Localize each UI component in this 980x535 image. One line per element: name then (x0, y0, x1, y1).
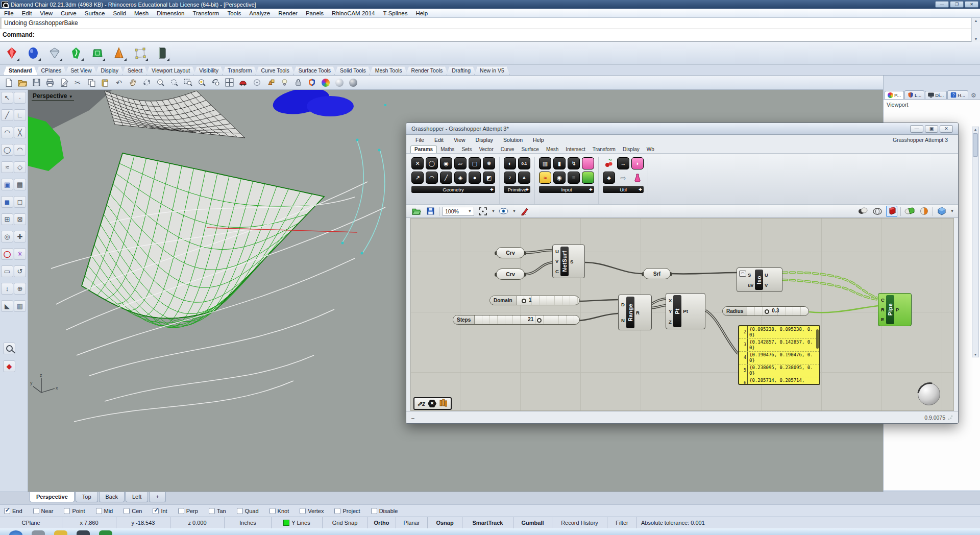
toolbar-tab[interactable]: Render Tools (406, 66, 449, 75)
output-port[interactable]: U (765, 272, 768, 278)
arc-tool[interactable]: ◠ (1, 127, 13, 138)
gh-menu-file[interactable]: File (410, 137, 429, 143)
menu-item[interactable]: Solid (109, 10, 130, 16)
gh-component-netsurf[interactable]: UVC NetSurf S (552, 245, 585, 278)
panel-scroll-thumb[interactable] (816, 329, 819, 349)
solid-tool[interactable]: ◼ (1, 196, 13, 208)
gh-menu-view[interactable]: View (449, 137, 471, 143)
gh-component-pt[interactable]: XYZ Pt Pt (666, 293, 705, 329)
status-cell[interactable]: Inches (225, 517, 272, 528)
grasshopper-titlebar[interactable]: Grasshopper - Grasshopper Attempt 3* — ▣… (406, 123, 958, 135)
palette-group-label[interactable]: Geometry✚ (411, 186, 495, 193)
checkbox[interactable] (33, 508, 39, 514)
circle-tool[interactable]: ◯ (1, 144, 13, 156)
status-cell[interactable]: y -18.543 (116, 517, 170, 528)
gh-component-iso[interactable]: ◠ Suv Iso UV (737, 268, 782, 292)
viewport-title-menu[interactable]: Perspective ▼ (32, 92, 74, 101)
flask-tile-icon[interactable] (631, 172, 644, 184)
move-vertical-tool[interactable]: ↕ (1, 283, 13, 295)
geometry-tile-icon[interactable]: ╱ (440, 172, 452, 184)
ellipse-tool[interactable]: ◠ (14, 144, 26, 156)
input-port[interactable]: V (555, 258, 559, 264)
align-z-widget-icon[interactable]: ⇗z (417, 400, 425, 407)
input-port[interactable]: C (555, 269, 559, 274)
colour-swatch-tile-icon[interactable] (582, 172, 594, 184)
pan-hand-icon[interactable] (127, 77, 138, 88)
grid-tool[interactable]: ⊞ (1, 213, 13, 225)
tab-properties[interactable]: P... (885, 91, 904, 99)
menu-item[interactable]: T-Splines (379, 10, 411, 16)
jump-tile-icon[interactable]: ◗ (631, 157, 644, 169)
menu-item[interactable]: Edit (18, 10, 36, 16)
gh-category-tab[interactable]: Display (619, 146, 643, 153)
gh-menu-help[interactable]: Help (528, 137, 549, 143)
car-icon[interactable] (237, 77, 249, 88)
output-port[interactable]: S (570, 259, 573, 264)
checkbox[interactable] (64, 508, 70, 514)
dark-book-icon[interactable] (154, 45, 169, 61)
gh-canvas[interactable]: Crv Crv UVC NetSurf S Srf Domain 1 Steps… (410, 218, 954, 411)
relay-dark-tile-icon[interactable]: → (617, 157, 629, 169)
viewport-tab[interactable]: Perspective (30, 492, 75, 502)
lock-icon[interactable] (292, 77, 304, 88)
window-titlebar[interactable]: Diamond Chair 02.21.3dm (4963 KB) - Rhin… (0, 0, 980, 9)
plane-tool[interactable]: ◻ (14, 196, 26, 208)
zoom-extents-icon[interactable] (477, 206, 488, 217)
input-port[interactable]: C (881, 297, 885, 303)
cherry-picker-tile-icon[interactable] (603, 157, 615, 169)
output-port[interactable]: Pt (683, 308, 688, 314)
menu-item[interactable]: Tools (223, 10, 245, 16)
green-gem-swirl-icon[interactable] (68, 45, 84, 61)
knob-tile-icon[interactable]: ◉ (553, 172, 566, 184)
gh-component-range[interactable]: DN Range R (618, 295, 652, 330)
checkbox[interactable] (270, 508, 276, 514)
print-icon[interactable] (44, 77, 56, 88)
orange-cone-icon[interactable] (111, 45, 127, 61)
command-scrollbar[interactable]: ▲ ▼ (971, 18, 980, 42)
viewport-layout-icon[interactable] (224, 77, 235, 88)
zoom-selected-icon[interactable] (196, 77, 207, 88)
gradient-tile-icon[interactable] (582, 157, 594, 169)
yellow-select-frame-icon[interactable] (133, 45, 148, 61)
zoom-window-icon[interactable] (182, 77, 193, 88)
status-cell[interactable]: Grid Snap (323, 517, 368, 528)
gh-category-tab[interactable]: Mesh (543, 146, 562, 153)
gh-menu-solution[interactable]: Solution (498, 137, 528, 143)
selected-only-icon[interactable] (904, 206, 915, 217)
scrollbar-thumb[interactable] (973, 133, 978, 157)
box-tool[interactable]: ▣ (1, 179, 13, 190)
gh-slider-radius[interactable]: Radius 0.3 (722, 306, 809, 316)
slider-knob[interactable] (522, 299, 526, 303)
sliders-widget-icon[interactable] (439, 399, 448, 409)
shapes-icon[interactable] (265, 77, 276, 88)
gh-category-tab[interactable]: Transform (589, 146, 619, 153)
menu-item[interactable]: Analyze (245, 10, 274, 16)
shield-icon[interactable] (306, 77, 317, 88)
zoom-level-select[interactable]: 100%▼ (443, 207, 474, 216)
input-port[interactable]: uv (748, 282, 753, 288)
menu-item[interactable]: Mesh (130, 10, 153, 16)
mesh-tool[interactable]: ▦ (14, 300, 26, 312)
toolbar-tab[interactable]: CPlanes (36, 66, 67, 75)
gh-category-tab[interactable]: Curve (497, 146, 518, 153)
taskbar-icon[interactable] (32, 530, 45, 535)
gh-param-crv-1[interactable]: Crv (496, 247, 525, 258)
checkbox[interactable] (209, 508, 215, 514)
menu-item[interactable]: View (36, 10, 57, 16)
target-tool[interactable]: ◎ (1, 231, 13, 242)
preview-off-icon[interactable] (857, 206, 869, 217)
toolbar-tab[interactable]: Curve Tools (255, 66, 295, 75)
checkbox[interactable] (237, 508, 243, 514)
status-cell[interactable]: z 0.000 (170, 517, 225, 528)
save-icon[interactable] (31, 77, 42, 88)
geometry-tile-icon[interactable]: ▢ (469, 157, 481, 169)
point-tool[interactable]: · (14, 92, 26, 104)
tab-display[interactable]: Di... (925, 91, 947, 99)
geometry-tile-icon[interactable]: ❅ (483, 157, 495, 169)
gh-navigation-ball[interactable] (918, 383, 940, 405)
geometry-tile-icon[interactable]: ◩ (483, 172, 495, 184)
viewport-tab[interactable]: Back (99, 492, 125, 502)
gh-category-tab[interactable]: Intersect (562, 146, 589, 153)
slider-track[interactable]: 1 (517, 296, 579, 305)
panel-scrollbar[interactable]: ▲ ▼ (972, 127, 979, 357)
